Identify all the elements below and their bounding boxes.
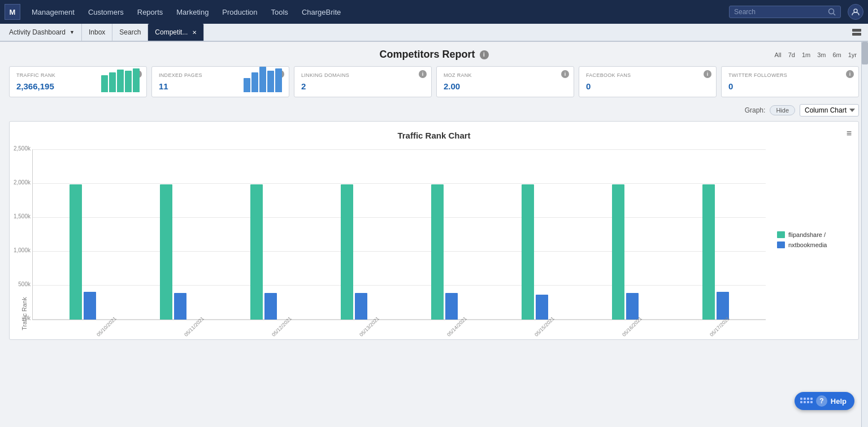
svg-point-2	[854, 9, 857, 12]
user-icon	[852, 8, 860, 16]
stat-card-value: 2	[301, 81, 424, 91]
nav-customers[interactable]: Customers	[83, 5, 129, 20]
legend-item: flipandshare /	[777, 231, 843, 238]
chart-bar	[626, 293, 639, 320]
stat-card-label: LINKING DOMAINS	[301, 72, 424, 78]
main-content: Competitors Report i All 7d 1m 3m 6m 1yr…	[0, 42, 868, 427]
bar-group	[431, 184, 458, 320]
time-filters: All 7d 1m 3m 6m 1yr	[772, 50, 859, 59]
legend-color-swatch	[777, 241, 785, 248]
tabs-expand-button[interactable]	[848, 24, 866, 41]
tab-inbox[interactable]: Inbox	[82, 24, 112, 41]
page-header: Competitors Report i All 7d 1m 3m 6m 1yr	[9, 49, 859, 61]
chart-bar	[84, 292, 96, 320]
app-logo[interactable]: M	[5, 4, 20, 20]
y-axis-label: Traffic Rank	[19, 149, 28, 330]
svg-rect-4	[852, 33, 861, 36]
tab-competitors[interactable]: Competit... ✕	[148, 24, 204, 41]
chart-bar	[612, 184, 624, 320]
tab-label: Search	[119, 28, 141, 36]
x-axis: 05/10/202105/11/202105/12/202105/13/2021…	[56, 320, 766, 330]
svg-rect-3	[852, 29, 861, 32]
nav-reports[interactable]: Reports	[132, 5, 169, 20]
top-navigation: M Management Customers Reports Marketing…	[0, 0, 868, 24]
chart-bar	[522, 184, 534, 320]
stat-card-label: FACEBOOK FANS	[586, 72, 709, 78]
expand-icon	[852, 29, 861, 36]
mini-bar-container	[101, 70, 140, 92]
info-icon[interactable]: i	[480, 50, 489, 59]
y-axis-tick-label: 500k	[9, 281, 31, 287]
stat-card-twitter-followers: iTWITTER FOLLOWERS0	[721, 66, 859, 97]
scrollbar[interactable]	[861, 42, 868, 427]
tab-search[interactable]: Search	[112, 24, 148, 41]
hide-button[interactable]: Hide	[770, 105, 795, 115]
stat-card-value: 0	[728, 81, 852, 91]
mini-bar	[109, 72, 116, 92]
search-bar[interactable]	[729, 6, 841, 18]
graph-controls: Graph: Hide Column ChartLine ChartBar Ch…	[9, 104, 859, 117]
legend-label: nxtbookmedia	[788, 241, 827, 248]
stat-card-linking-domains: iLINKING DOMAINS2	[294, 66, 432, 97]
mini-bar	[117, 70, 124, 92]
stat-card-info-icon[interactable]: i	[704, 70, 711, 78]
tab-label: Competit...	[155, 28, 188, 36]
time-filter-1yr[interactable]: 1yr	[846, 50, 859, 59]
bar-group	[522, 184, 548, 320]
time-filter-1m[interactable]: 1m	[800, 50, 813, 59]
bar-group	[70, 184, 96, 320]
close-icon[interactable]: ✕	[192, 29, 197, 36]
y-axis-tick-label: 1,500k	[9, 213, 31, 219]
mini-bar	[101, 75, 108, 92]
stat-card-info-icon[interactable]: i	[419, 70, 427, 78]
nav-tools[interactable]: Tools	[266, 5, 294, 20]
stat-card-moz-rank: iMOZ RANK2.00	[436, 66, 574, 97]
nav-chargebrite[interactable]: ChargeBrite	[296, 5, 346, 20]
stat-card-label: MOZ RANK	[444, 72, 567, 78]
user-avatar[interactable]	[848, 4, 863, 20]
chart-bar	[264, 293, 277, 320]
stat-card-info-icon[interactable]: i	[846, 70, 854, 78]
chart-legend: flipandshare /nxtbookmedia	[770, 149, 849, 330]
chart-bar	[445, 293, 458, 320]
chart-plot-area: 2,500k2,000k1,500k1,000k500k0k	[32, 149, 766, 320]
time-filter-all[interactable]: All	[772, 50, 783, 59]
help-button[interactable]: ? Help	[795, 392, 854, 410]
bar-group	[160, 184, 186, 320]
help-question-icon: ?	[816, 395, 827, 407]
stat-card-indexed-pages: iINDEXED PAGES11	[151, 66, 289, 97]
chart-bar	[355, 293, 367, 320]
page-title: Competitors Report i	[379, 49, 488, 61]
chart-inner: 2,500k2,000k1,500k1,000k500k0k 05/10/202…	[32, 149, 766, 330]
chart-bar	[160, 184, 172, 320]
stat-mini-chart	[244, 70, 282, 92]
bars-area	[33, 149, 766, 320]
search-input[interactable]	[734, 8, 824, 16]
stat-card-info-icon[interactable]: i	[561, 70, 569, 78]
legend-label: flipandshare /	[788, 231, 826, 238]
menu-icon[interactable]: ≡	[847, 128, 852, 139]
nav-management[interactable]: Management	[26, 5, 80, 20]
mini-bar	[251, 72, 258, 92]
chevron-down-icon[interactable]: ▼	[70, 29, 75, 35]
stat-mini-chart	[101, 70, 140, 92]
stat-card-traffic-rank: iTRAFFIC RANK2,366,195	[9, 66, 147, 97]
y-axis-tick-label: 0k	[9, 315, 31, 321]
chart-bar	[702, 184, 715, 320]
time-filter-7d[interactable]: 7d	[786, 50, 797, 59]
mini-bar	[244, 78, 250, 92]
legend-item: nxtbookmedia	[777, 241, 843, 248]
svg-line-1	[834, 14, 836, 16]
time-filter-6m[interactable]: 6m	[830, 50, 843, 59]
bar-group	[341, 184, 367, 320]
scrollbar-thumb[interactable]	[862, 42, 868, 64]
chart-type-select[interactable]: Column ChartLine ChartBar ChartArea Char…	[800, 104, 859, 117]
tab-activity-dashboard[interactable]: Activity Dashboard ▼	[2, 24, 82, 41]
chart-bar	[536, 295, 548, 320]
nav-marketing[interactable]: Marketing	[171, 5, 214, 20]
svg-point-0	[829, 9, 834, 14]
time-filter-3m[interactable]: 3m	[815, 50, 828, 59]
chart-area: Traffic Rank 2,500k2,000k1,500k1,000k500…	[19, 149, 849, 330]
nav-production[interactable]: Production	[216, 5, 263, 20]
bar-group	[612, 184, 639, 320]
